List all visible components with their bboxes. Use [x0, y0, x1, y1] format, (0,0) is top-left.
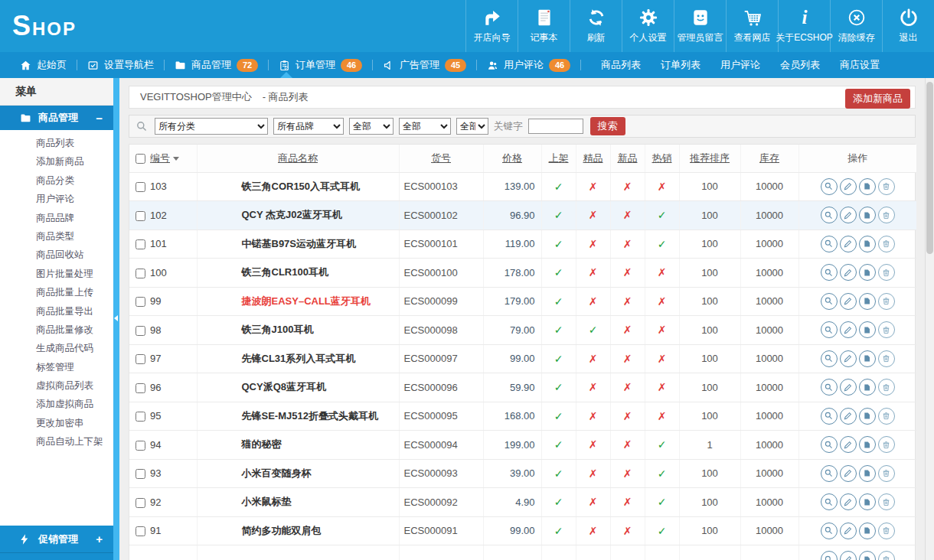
edit-button[interactable] [840, 178, 857, 195]
column-header[interactable]: 精品 [576, 145, 610, 172]
column-header-id[interactable]: 编号 [129, 145, 197, 172]
product-name-link[interactable]: QCY派Q8蓝牙耳机 [197, 373, 399, 402]
sort-order[interactable]: 100 [679, 459, 740, 488]
sidebar-submenu-item[interactable]: 商品批量上传 [0, 283, 113, 301]
view-button[interactable] [821, 379, 838, 396]
best-flag-cross-icon[interactable]: ✗ [576, 287, 610, 316]
delete-button[interactable] [878, 465, 895, 482]
delete-button[interactable] [878, 178, 895, 195]
new-flag-cross-icon[interactable]: ✗ [610, 373, 645, 402]
copy-button[interactable] [859, 207, 876, 223]
best-flag-cross-icon[interactable]: ✗ [576, 488, 610, 517]
delete-button[interactable] [878, 408, 895, 425]
edit-button[interactable] [840, 321, 857, 338]
delete-button[interactable] [878, 551, 895, 560]
on-sale-flag-check-icon[interactable]: ✓ [541, 287, 576, 316]
copy-button[interactable] [859, 178, 876, 195]
sidebar-submenu-item[interactable]: 商品列表 [0, 134, 113, 152]
product-name-link[interactable]: 小米百变随身杯 [197, 459, 399, 488]
delete-button[interactable] [878, 436, 895, 453]
delete-button[interactable] [878, 207, 895, 223]
column-header[interactable]: 上架 [541, 145, 576, 172]
nav-link-user-comment-list[interactable]: 用户评论 [720, 58, 760, 72]
view-button[interactable] [821, 321, 838, 338]
copy-button[interactable] [859, 551, 876, 560]
collapse-arrow-icon[interactable] [114, 315, 118, 321]
view-button[interactable] [821, 436, 838, 453]
delete-button[interactable] [878, 523, 895, 539]
delete-button[interactable] [878, 321, 895, 338]
search-button[interactable]: 搜索 [590, 117, 625, 135]
sidebar-submenu-item[interactable]: 商品品牌 [0, 209, 113, 227]
best-flag-check-icon[interactable]: ✓ [576, 316, 610, 345]
product-name-link[interactable]: 猫的秘密 [197, 431, 399, 460]
view-button[interactable] [821, 207, 838, 223]
delete-button[interactable] [878, 493, 895, 510]
header-action-notepad[interactable]: 记事本 [518, 0, 570, 52]
product-name-link[interactable]: 先锋CL31系列入耳式耳机 [197, 344, 399, 373]
sort-order[interactable]: 100 [679, 259, 740, 288]
column-header-label[interactable]: 推荐排序 [690, 152, 730, 164]
column-header[interactable]: 热销 [645, 145, 679, 172]
nav-link-order-list[interactable]: 订单列表 [661, 58, 700, 72]
copy-button[interactable] [859, 493, 876, 510]
header-action-about-ecshop[interactable]: i关于ECSHOP [778, 0, 830, 52]
best-flag-cross-icon[interactable]: ✗ [576, 459, 610, 488]
on-sale-flag-check-icon[interactable]: ✓ [541, 316, 576, 345]
nav-item-nav-settings[interactable]: 设置导航栏 [87, 58, 154, 72]
copy-button[interactable] [859, 321, 876, 338]
edit-button[interactable] [840, 379, 857, 396]
sidebar-section-goods-manage[interactable]: 商品管理 − [0, 106, 113, 130]
delete-button[interactable] [878, 350, 895, 367]
nav-item-ad-manage[interactable]: 广告管理45 [383, 58, 466, 72]
sidebar-section-promotion-manage[interactable]: 促销管理+ [0, 526, 113, 553]
sidebar-submenu-item[interactable]: 商品自动上下架 [0, 432, 113, 451]
nav-item-home[interactable]: 起始页 [20, 58, 67, 72]
product-name-link[interactable]: 中锘基B97S运动蓝牙耳机 [197, 230, 399, 259]
header-action-view-store[interactable]: 查看网店 [726, 0, 778, 52]
nav-link-shop-settings[interactable]: 商店设置 [840, 58, 880, 72]
product-name-link[interactable]: QCY 杰克J02蓝牙耳机 [197, 201, 399, 230]
new-flag-cross-icon[interactable]: ✗ [610, 230, 645, 259]
on-sale-flag-check-icon[interactable]: ✓ [541, 201, 576, 230]
sidebar-submenu-item[interactable]: 商品分类 [0, 171, 113, 190]
row-checkbox[interactable] [136, 498, 145, 508]
best-flag-cross-icon[interactable]: ✗ [576, 344, 610, 373]
hot-flag-cross-icon[interactable]: ✗ [645, 344, 679, 373]
sort-order[interactable]: 100 [679, 230, 740, 259]
hot-flag-check-icon[interactable]: ✓ [645, 459, 679, 488]
new-flag-cross-icon[interactable]: ✗ [610, 459, 645, 488]
sort-order[interactable]: 100 [679, 373, 740, 402]
on-sale-flag-check-icon[interactable]: ✓ [541, 344, 576, 373]
delete-button[interactable] [878, 293, 895, 310]
view-button[interactable] [821, 551, 838, 560]
new-flag-cross-icon[interactable]: ✗ [610, 316, 645, 345]
hot-flag-cross-icon[interactable]: ✗ [645, 373, 679, 402]
hot-flag-cross-icon[interactable]: ✗ [645, 316, 679, 345]
best-flag-cross-icon[interactable]: ✗ [576, 259, 610, 288]
edit-button[interactable] [840, 436, 857, 453]
sidebar-submenu-item[interactable]: 添加虚拟商品 [0, 395, 113, 413]
column-header-label[interactable]: 编号 [150, 152, 170, 164]
sort-order[interactable]: 1 [679, 431, 740, 460]
sidebar-submenu-item[interactable]: 图片批量处理 [0, 265, 113, 283]
view-button[interactable] [821, 264, 838, 281]
edit-button[interactable] [840, 493, 857, 510]
sidebar-submenu-item[interactable]: 更改加密串 [0, 414, 113, 432]
edit-button[interactable] [840, 551, 857, 560]
sort-order[interactable]: 100 [679, 287, 740, 316]
sidebar-submenu-item[interactable]: 标签管理 [0, 358, 113, 376]
new-flag-cross-icon[interactable]: ✗ [610, 402, 645, 431]
copy-button[interactable] [859, 293, 876, 310]
hot-flag-cross-icon[interactable]: ✗ [645, 402, 679, 431]
filter-select-2[interactable]: 所有品牌 [273, 118, 344, 135]
row-checkbox[interactable] [136, 211, 145, 221]
hot-flag-check-icon[interactable]: ✓ [645, 201, 679, 230]
delete-button[interactable] [878, 264, 895, 281]
sidebar-submenu-item[interactable]: 虚拟商品列表 [0, 376, 113, 395]
row-checkbox[interactable] [136, 269, 145, 278]
sort-order[interactable]: 100 [679, 402, 740, 431]
best-flag-cross-icon[interactable]: ✗ [576, 201, 610, 230]
select-all-checkbox[interactable] [136, 154, 145, 164]
hot-flag-check-icon[interactable]: ✓ [645, 516, 679, 545]
